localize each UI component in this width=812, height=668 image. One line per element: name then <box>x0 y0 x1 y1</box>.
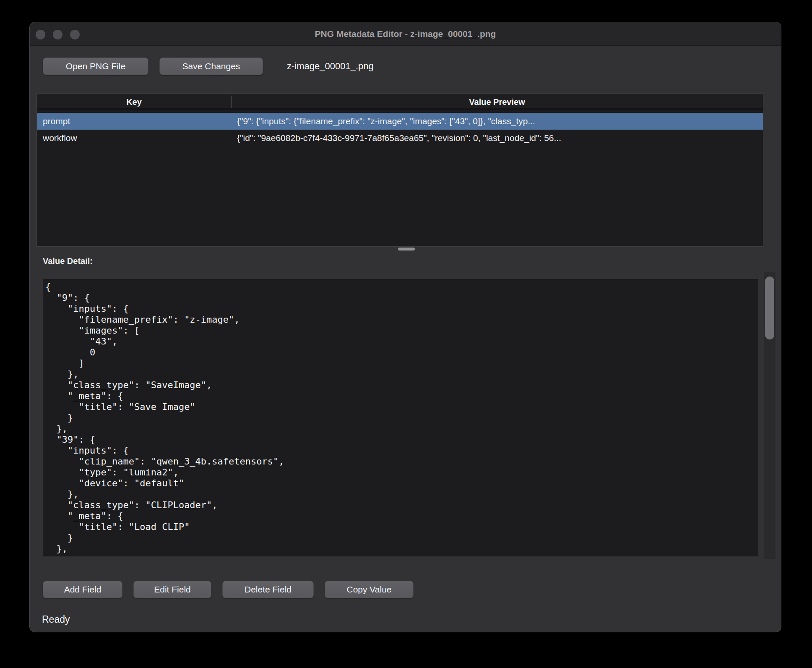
table-header: Key Value Preview <box>37 94 763 110</box>
copy-value-button[interactable]: Copy Value <box>325 581 414 598</box>
open-png-file-button[interactable]: Open PNG File <box>43 57 148 75</box>
row-value-preview-cell: {"9": {"inputs": {"filename_prefix": "z-… <box>237 113 760 130</box>
delete-field-button[interactable]: Delete Field <box>222 581 314 598</box>
edit-field-button[interactable]: Edit Field <box>133 581 211 598</box>
current-filename-label: z-image_00001_.png <box>287 57 374 75</box>
save-changes-button[interactable]: Save Changes <box>159 57 263 75</box>
vertical-scrollbar[interactable] <box>764 272 776 559</box>
metadata-table: Key Value Preview prompt {"9": {"inputs"… <box>36 93 763 247</box>
window-title: PNG Metadata Editor - z-image_00001_.png <box>30 22 781 46</box>
scrollbar-thumb[interactable] <box>765 277 774 339</box>
row-key-cell: prompt <box>43 113 70 130</box>
value-detail-label: Value Detail: <box>43 256 93 266</box>
row-key-cell: workflow <box>43 130 77 146</box>
app-window: PNG Metadata Editor - z-image_00001_.png… <box>29 22 781 632</box>
column-header-key[interactable]: Key <box>37 94 231 110</box>
value-detail-editor[interactable]: { "9": { "inputs": { "filename_prefix": … <box>43 279 758 556</box>
add-field-button[interactable]: Add Field <box>43 581 122 598</box>
column-header-value-preview[interactable]: Value Preview <box>231 94 763 110</box>
title-bar: PNG Metadata Editor - z-image_00001_.png <box>30 22 781 46</box>
status-text: Ready <box>42 614 70 625</box>
row-value-preview-cell: {"id": "9ae6082b-c7f4-433c-9971-7a8f65a3… <box>237 130 760 146</box>
splitter-handle[interactable] <box>398 248 415 250</box>
table-row-prompt[interactable]: prompt {"9": {"inputs": {"filename_prefi… <box>37 113 763 130</box>
table-row-workflow[interactable]: workflow {"id": "9ae6082b-c7f4-433c-9971… <box>37 130 763 146</box>
value-detail-text[interactable]: { "9": { "inputs": { "filename_prefix": … <box>43 279 758 556</box>
